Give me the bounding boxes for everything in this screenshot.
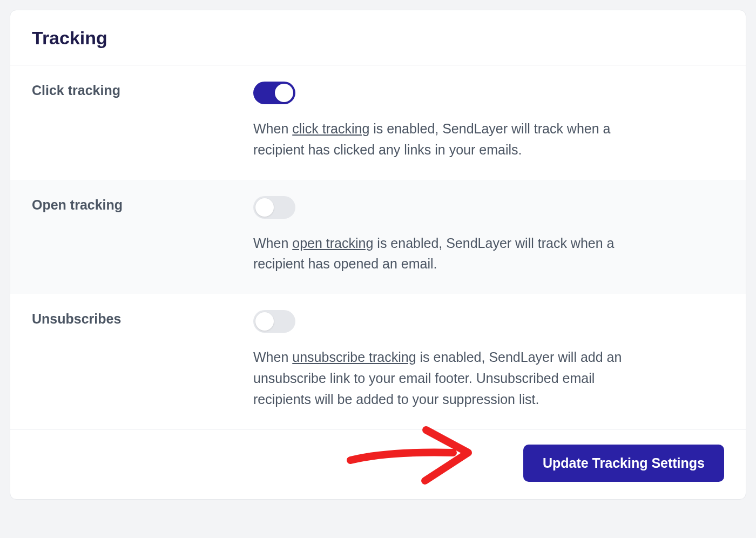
toggle-knob bbox=[275, 84, 293, 102]
click-tracking-description: When click tracking is enabled, SendLaye… bbox=[253, 118, 642, 160]
toggle-knob bbox=[255, 198, 274, 217]
click-tracking-body: When click tracking is enabled, SendLaye… bbox=[253, 82, 724, 160]
unsubscribes-body: When unsubscribe tracking is enabled, Se… bbox=[253, 310, 724, 409]
setting-row-click-tracking: Click tracking When click tracking is en… bbox=[10, 65, 746, 180]
page-title: Tracking bbox=[32, 28, 724, 49]
open-tracking-description: When open tracking is enabled, SendLayer… bbox=[253, 233, 642, 275]
annotation-arrow-icon bbox=[340, 421, 480, 492]
card-footer: Update Tracking Settings bbox=[10, 429, 746, 499]
update-tracking-settings-button[interactable]: Update Tracking Settings bbox=[523, 445, 724, 482]
unsubscribes-label: Unsubscribes bbox=[32, 310, 253, 409]
open-tracking-body: When open tracking is enabled, SendLayer… bbox=[253, 196, 724, 275]
click-tracking-label: Click tracking bbox=[32, 82, 253, 160]
open-tracking-link[interactable]: open tracking bbox=[292, 236, 373, 251]
open-tracking-label: Open tracking bbox=[32, 196, 253, 275]
unsubscribes-toggle[interactable] bbox=[253, 310, 295, 333]
unsubscribe-tracking-link[interactable]: unsubscribe tracking bbox=[292, 349, 416, 365]
toggle-knob bbox=[255, 312, 274, 331]
open-tracking-toggle[interactable] bbox=[253, 196, 295, 219]
setting-row-open-tracking: Open tracking When open tracking is enab… bbox=[10, 180, 746, 294]
click-tracking-toggle[interactable] bbox=[253, 82, 295, 104]
click-tracking-link[interactable]: click tracking bbox=[292, 121, 369, 136]
tracking-settings-card: Tracking Click tracking When click track… bbox=[10, 10, 746, 500]
setting-row-unsubscribes: Unsubscribes When unsubscribe tracking i… bbox=[10, 294, 746, 429]
card-header: Tracking bbox=[10, 10, 746, 65]
unsubscribes-description: When unsubscribe tracking is enabled, Se… bbox=[253, 347, 642, 409]
